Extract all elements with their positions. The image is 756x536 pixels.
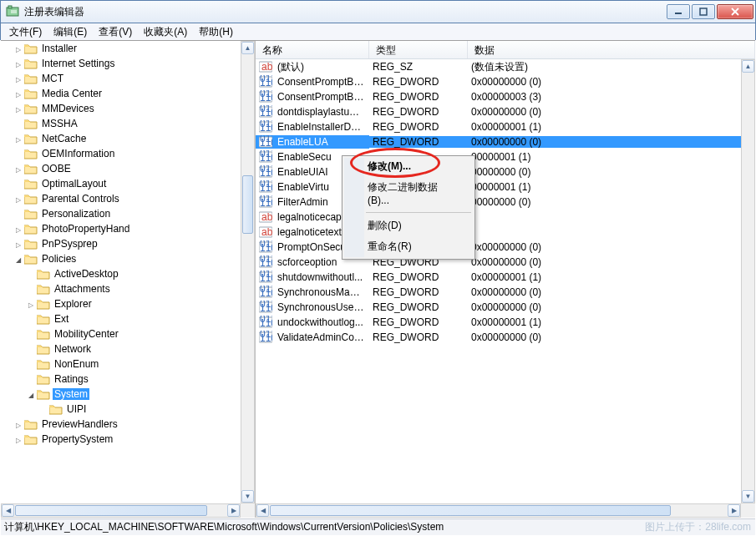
list-hscrollbar[interactable]: ◀ ▶: [256, 503, 741, 518]
chevron-right-icon[interactable]: [13, 420, 23, 429]
scroll-right-icon[interactable]: ▶: [728, 504, 740, 517]
value-data: 0x00000001 (1): [468, 271, 741, 283]
tree-item[interactable]: MSSHA: [1, 116, 241, 131]
tree-vscrollbar[interactable]: ▲ ▼: [241, 41, 255, 503]
close-button[interactable]: [717, 4, 753, 19]
chevron-down-icon[interactable]: [26, 390, 36, 399]
scroll-up-icon[interactable]: ▲: [241, 42, 254, 54]
list-row[interactable]: SynchronousMach...REG_DWORD0x00000000 (0…: [256, 285, 741, 300]
value-data: 0x00000000 (0): [468, 106, 741, 118]
list-row[interactable]: EnableSecu00000001 (1): [256, 149, 741, 164]
tree-item[interactable]: Internet Settings: [1, 56, 241, 71]
tree-item[interactable]: System: [1, 387, 241, 402]
chevron-right-icon[interactable]: [13, 74, 23, 83]
list-row[interactable]: scforceoptionREG_DWORD0x00000000 (0): [256, 255, 741, 270]
tree-item[interactable]: NonEnum: [1, 356, 241, 372]
scroll-down-icon[interactable]: ▼: [241, 490, 254, 503]
value-data: 00000001 (1): [468, 181, 741, 193]
tree-item[interactable]: MMDevices: [1, 101, 241, 116]
folder-icon: [37, 343, 50, 355]
list-row[interactable]: shutdownwithoutl...REG_DWORD0x00000001 (…: [256, 270, 741, 285]
list-row[interactable]: legalnoticetextREG_SZ: [256, 225, 741, 240]
list-row[interactable]: dontdisplaylastuse...REG_DWORD0x00000000…: [256, 104, 741, 119]
list-row[interactable]: (默认)REG_SZ(数值未设置): [256, 59, 741, 74]
tree-item[interactable]: Network: [1, 341, 241, 356]
list-row[interactable]: legalnoticecaptionREG_SZ: [256, 210, 741, 225]
tree-item[interactable]: UIPI: [1, 402, 241, 417]
list-vscrollbar[interactable]: ▲ ▼: [741, 59, 755, 503]
list-row[interactable]: PromptOnSecureD...REG_DWORD0x00000000 (0…: [256, 240, 741, 255]
scroll-left-icon[interactable]: ◀: [2, 504, 14, 517]
tree-item[interactable]: Explorer: [1, 296, 241, 311]
tree-item[interactable]: OptimalLayout: [1, 176, 241, 191]
tree-item[interactable]: Ext: [1, 311, 241, 326]
scroll-left-icon[interactable]: ◀: [256, 504, 269, 517]
list-row[interactable]: EnableLUAREG_DWORD0x00000000 (0): [256, 134, 741, 149]
menu-file[interactable]: 文件(F): [4, 23, 47, 41]
chevron-right-icon[interactable]: [13, 89, 23, 99]
chevron-right-icon[interactable]: [13, 104, 23, 114]
tree-item[interactable]: MCT: [1, 71, 241, 86]
chevron-right-icon[interactable]: [26, 300, 36, 309]
value-name: EnableInstallerDet...: [276, 121, 366, 133]
col-data[interactable]: 数据: [468, 41, 755, 58]
tree-item[interactable]: OEMInformation: [1, 146, 241, 161]
folder-icon: [24, 418, 38, 430]
list-row[interactable]: ConsentPromptBe...REG_DWORD0x00000000 (0…: [256, 74, 741, 89]
chevron-right-icon[interactable]: [13, 195, 23, 204]
scroll-down-icon[interactable]: ▼: [742, 490, 754, 503]
tree-item[interactable]: NetCache: [1, 131, 241, 146]
folder-icon: [24, 118, 38, 129]
minimize-button[interactable]: [667, 4, 690, 19]
list-row[interactable]: EnableVirtu00000001 (1): [256, 180, 741, 195]
list-row[interactable]: ValidateAdminCod...REG_DWORD0x00000000 (…: [256, 330, 741, 345]
tree-hscrollbar[interactable]: ◀ ▶: [1, 503, 241, 518]
chevron-right-icon[interactable]: [13, 240, 23, 249]
col-name[interactable]: 名称: [256, 41, 369, 58]
chevron-right-icon[interactable]: [13, 164, 23, 174]
list-row[interactable]: FilterAdmin00000000 (0): [256, 195, 741, 210]
tree-item[interactable]: Media Center: [1, 86, 241, 101]
tree-item[interactable]: PhotoPropertyHand: [1, 221, 241, 236]
chevron-right-icon[interactable]: [13, 44, 23, 53]
col-type[interactable]: 类型: [369, 41, 468, 58]
list-row[interactable]: undockwithoutlog...REG_DWORD0x00000001 (…: [256, 315, 741, 330]
tree-item[interactable]: PropertySystem: [1, 432, 241, 447]
chevron-right-icon[interactable]: [13, 59, 23, 68]
chevron-right-icon[interactable]: [13, 435, 23, 444]
tree-item[interactable]: Ratings: [1, 372, 241, 387]
menu-help[interactable]: 帮助(H): [194, 23, 238, 41]
folder-icon: [24, 193, 38, 205]
tree-item[interactable]: ActiveDesktop: [1, 266, 241, 281]
chevron-down-icon[interactable]: [13, 255, 23, 264]
tree-item[interactable]: MobilityCenter: [1, 326, 241, 341]
tree-item[interactable]: PnPSysprep: [1, 236, 241, 251]
tree-hscrollbar-thumb[interactable]: [15, 505, 207, 516]
menu-view[interactable]: 查看(V): [94, 23, 137, 41]
chevron-right-icon[interactable]: [13, 134, 23, 144]
value-data: 00000000 (0): [468, 196, 741, 208]
scroll-up-icon[interactable]: ▲: [742, 60, 754, 73]
list-row[interactable]: EnableUIAI00000000 (0): [256, 164, 741, 180]
menu-edit[interactable]: 编辑(E): [48, 23, 92, 41]
list-row[interactable]: EnableInstallerDet...REG_DWORD0x00000001…: [256, 119, 741, 134]
tree-item[interactable]: OOBE: [1, 161, 241, 176]
value-type: REG_DWORD: [369, 301, 468, 313]
folder-icon: [37, 388, 50, 400]
tree-item[interactable]: Parental Controls: [1, 191, 241, 206]
tree-vscrollbar-thumb[interactable]: [242, 175, 253, 234]
menu-favorites[interactable]: 收藏夹(A): [139, 23, 192, 41]
tree-item[interactable]: Personalization: [1, 206, 241, 221]
tree-item[interactable]: Policies: [1, 251, 241, 266]
tree-item-label: Ratings: [53, 373, 90, 385]
list-row[interactable]: SynchronousUserG...REG_DWORD0x00000000 (…: [256, 300, 741, 315]
tree-item[interactable]: Installer: [1, 41, 241, 56]
scroll-right-icon[interactable]: ▶: [227, 504, 240, 517]
list-row[interactable]: ConsentPromptBe...REG_DWORD0x00000003 (3…: [256, 89, 741, 104]
tree-item[interactable]: Attachments: [1, 281, 241, 296]
list-hscrollbar-thumb[interactable]: [270, 505, 671, 516]
tree-item[interactable]: PreviewHandlers: [1, 417, 241, 432]
folder-icon: [24, 58, 38, 69]
chevron-right-icon[interactable]: [13, 225, 23, 234]
maximize-button[interactable]: [692, 4, 715, 19]
